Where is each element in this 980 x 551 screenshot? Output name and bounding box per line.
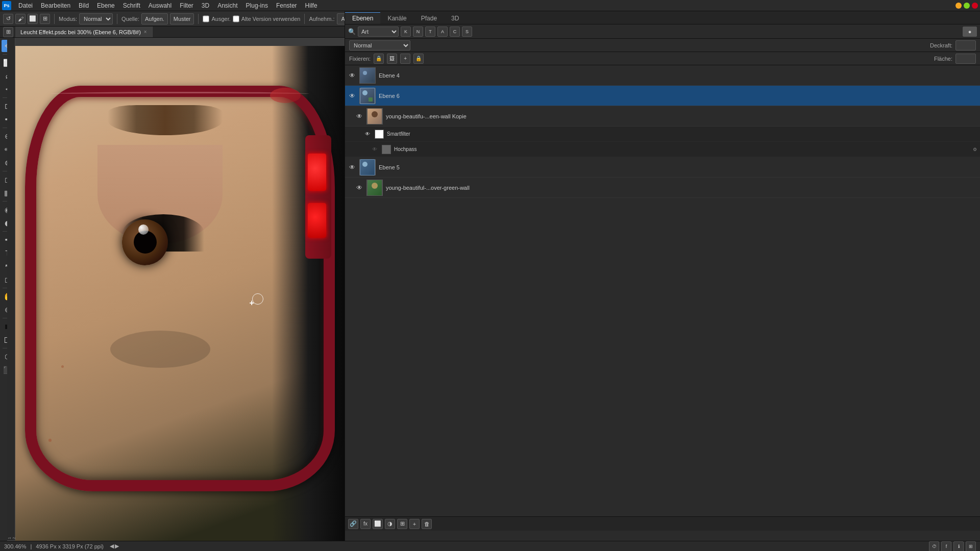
layer-visibility-ebene4[interactable]: 👁 bbox=[348, 71, 356, 80]
layer-filter-attr-icon[interactable]: A bbox=[437, 27, 448, 37]
layers-search-bar: 🔍 Art K N T A C S ● bbox=[345, 24, 980, 39]
status-arrange-icon[interactable]: ⊞ bbox=[966, 541, 976, 552]
sep2 bbox=[117, 14, 117, 24]
layer-filter-select[interactable]: Art bbox=[358, 27, 399, 37]
menu-ebene[interactable]: Ebene bbox=[93, 1, 119, 10]
layer-thumb-smartfilter bbox=[375, 130, 384, 139]
tool-brush-size-icon[interactable]: ⬜ bbox=[28, 14, 38, 24]
source-aufgen-btn[interactable]: Aufgen. bbox=[141, 13, 168, 24]
eyebrow bbox=[108, 105, 223, 135]
fill-label: Fläche: bbox=[934, 56, 952, 62]
layer-filter-name-icon[interactable]: N bbox=[413, 27, 423, 37]
led-red-2 bbox=[308, 203, 326, 238]
status-info-icon[interactable]: ℹ bbox=[953, 541, 964, 552]
lock-image-icon[interactable]: 🖼 bbox=[387, 54, 397, 64]
status-filter-icon[interactable]: f bbox=[941, 541, 951, 552]
status-timeline-icon[interactable]: ⏱ bbox=[929, 541, 939, 552]
tab-kanaele[interactable]: Kanäle bbox=[380, 12, 413, 24]
mode-select[interactable]: Normal bbox=[79, 13, 113, 24]
hochpass-settings-icon[interactable]: ⚙ bbox=[973, 147, 977, 152]
freckle-2 bbox=[61, 365, 64, 368]
menu-auswahl[interactable]: Auswahl bbox=[144, 1, 176, 10]
aligned-checkbox[interactable] bbox=[203, 13, 209, 24]
layer-mask-icon[interactable]: ⬜ bbox=[373, 519, 383, 529]
layer-filter-color-icon[interactable]: C bbox=[450, 27, 460, 37]
opacity-input[interactable]: 100% bbox=[955, 40, 976, 51]
layer-name-hochpass: Hochpass bbox=[394, 146, 970, 152]
layer-item-ebene4[interactable]: 👁 Ebene 4 bbox=[345, 65, 980, 86]
layer-filter-kind-icon[interactable]: K bbox=[401, 27, 411, 37]
tool-load-icon[interactable]: ⊞ bbox=[40, 14, 50, 24]
layer-item-smartfilter[interactable]: 👁 Smartfilter bbox=[345, 127, 980, 142]
menu-schrift[interactable]: Schrift bbox=[119, 1, 144, 10]
layer-visibility-hochpass[interactable]: 👁 bbox=[371, 145, 379, 154]
layer-adjustment-icon[interactable]: ◑ bbox=[385, 519, 395, 529]
maximize-button[interactable] bbox=[964, 3, 970, 9]
menu-ansicht[interactable]: Ansicht bbox=[213, 1, 241, 10]
layer-name-ebene5: Ebene 5 bbox=[379, 164, 977, 170]
layer-group-icon[interactable]: ⊞ bbox=[397, 519, 407, 529]
layer-item-ebene5[interactable]: 👁 Ebene 5 bbox=[345, 157, 980, 178]
minimize-button[interactable] bbox=[955, 3, 962, 9]
menu-filter[interactable]: Filter bbox=[176, 1, 198, 10]
layer-item-young-kopie[interactable]: 👁 young-beautifu-...een-wall Kopie bbox=[345, 106, 980, 127]
lock-transparent-icon[interactable]: 🔒 bbox=[374, 54, 384, 64]
app-icon: Ps bbox=[2, 1, 11, 10]
status-bar: 300.46% | 4936 Px x 3319 Px (72 ppi) ◀ ▶… bbox=[0, 541, 980, 551]
glasses-right-arm bbox=[305, 135, 332, 259]
canvas-inner[interactable]: + bbox=[15, 46, 345, 541]
tab-list-icon[interactable]: ⊞ bbox=[3, 27, 13, 37]
layer-filter-toggle[interactable]: ● bbox=[963, 27, 977, 37]
sample-label: Alte Version verwenden bbox=[241, 16, 301, 22]
menu-3d[interactable]: 3D bbox=[198, 1, 213, 10]
layer-visibility-young-kopie[interactable]: 👁 bbox=[355, 112, 363, 120]
lock-all-icon[interactable]: 🔒 bbox=[413, 54, 424, 64]
layer-item-hochpass[interactable]: 👁 Hochpass ⚙ bbox=[345, 142, 980, 157]
close-button[interactable] bbox=[972, 3, 978, 9]
layer-visibility-young-green[interactable]: 👁 bbox=[355, 184, 363, 192]
layer-visibility-ebene5[interactable]: 👁 bbox=[348, 163, 356, 171]
status-arrow-left[interactable]: ◀ bbox=[110, 543, 114, 549]
layer-thumb-young-kopie bbox=[366, 108, 383, 124]
tab-ebenen[interactable]: Ebenen bbox=[345, 12, 380, 24]
layer-name-smartfilter: Smartfilter bbox=[387, 131, 977, 137]
canvas-area[interactable]: + bbox=[15, 38, 345, 541]
layer-style-icon[interactable]: fx bbox=[360, 519, 371, 529]
lock-label: Fixieren: bbox=[349, 56, 371, 62]
tab-close-btn[interactable]: × bbox=[144, 29, 147, 35]
zoom-level: 300.46% bbox=[4, 543, 26, 549]
layer-thumb-young-green bbox=[366, 180, 383, 196]
menu-plugins[interactable]: Plug-ins bbox=[242, 1, 272, 10]
panel-tabs: Ebenen Kanäle Pfade 3D bbox=[345, 11, 980, 24]
active-document-tab[interactable]: Leucht Effekt.psdc bei 300% (Ebene 6, RG… bbox=[15, 27, 153, 37]
layer-thumb-ebene6 bbox=[359, 88, 376, 104]
layer-link-icon[interactable]: 🔗 bbox=[348, 519, 358, 529]
glasses-reflection bbox=[270, 88, 301, 103]
tab-pfade[interactable]: Pfade bbox=[414, 12, 444, 24]
layer-visibility-smartfilter[interactable]: 👁 bbox=[363, 130, 372, 138]
layer-filter-type-icon[interactable]: T bbox=[425, 27, 435, 37]
layer-filter-smartobj-icon[interactable]: S bbox=[462, 27, 472, 37]
blend-mode-select[interactable]: Normal bbox=[349, 40, 410, 51]
tool-brush-icon[interactable]: 🖌 bbox=[15, 14, 26, 24]
layer-delete-icon[interactable]: 🗑 bbox=[422, 519, 432, 529]
layer-item-young-green[interactable]: 👁 young-beautiful-...over-green-wall bbox=[345, 178, 980, 198]
status-arrow-right[interactable]: ▶ bbox=[115, 543, 119, 549]
menu-hilfe[interactable]: Hilfe bbox=[301, 1, 322, 10]
layer-item-ebene6[interactable]: 👁 Ebene 6 bbox=[345, 86, 980, 106]
layer-visibility-ebene6[interactable]: 👁 bbox=[348, 92, 356, 100]
menu-datei[interactable]: Datei bbox=[14, 1, 37, 10]
sep3 bbox=[198, 14, 199, 24]
tab-3d[interactable]: 3D bbox=[444, 12, 466, 24]
sample-checkbox[interactable] bbox=[233, 13, 239, 24]
search-icon: 🔍 bbox=[348, 28, 356, 35]
fill-input[interactable]: 100% bbox=[955, 54, 976, 64]
led-red-1 bbox=[308, 154, 326, 191]
source-muster-btn[interactable]: Muster bbox=[170, 13, 194, 24]
menu-bild[interactable]: Bild bbox=[75, 1, 93, 10]
tool-history-icon[interactable]: ↺ bbox=[3, 14, 13, 24]
menu-fenster[interactable]: Fenster bbox=[272, 1, 301, 10]
lock-position-icon[interactable]: + bbox=[400, 54, 410, 64]
layer-new-icon[interactable]: + bbox=[409, 519, 420, 529]
menu-bearbeiten[interactable]: Bearbeiten bbox=[37, 1, 75, 10]
